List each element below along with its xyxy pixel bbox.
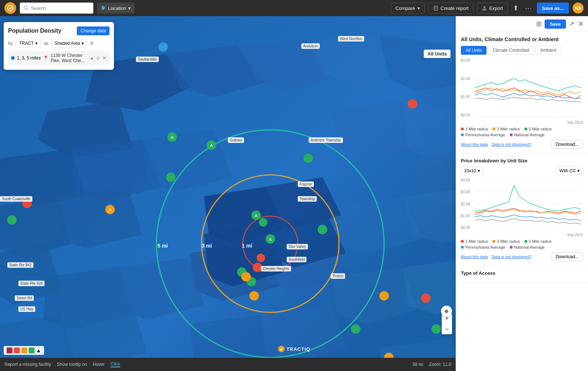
show-tooltip-label: Show tooltip on [57,362,87,367]
location-row: 1, 3, 5 miles 📍 1138 W Chester Pike, Wes… [8,51,110,65]
create-report-button[interactable]: Create report [429,3,474,14]
chart-date-2: Sep 2024 [567,233,583,237]
swatches-toggle[interactable]: ▲ [36,347,41,353]
external-link-btn[interactable]: ↗ [568,19,575,29]
legend2-label-national: National Average [514,245,545,249]
zoom-level-label: Zoom: 11.0 [429,362,451,367]
location-button[interactable]: Location ▾ [97,3,135,14]
section2-title: Price breakdown by Unit Size [461,158,583,163]
export-icon [482,6,487,11]
legend-dot-5mile [524,127,527,130]
svg-line-2 [27,9,28,10]
unit-size-label: 10x10 [464,168,476,173]
data-not-displayed-link-2[interactable]: Data is not displayed? [491,255,531,259]
section1-title: All Units, Climate Controlled or Ambient [461,36,583,42]
swatch-3 [21,347,27,353]
swatch-2 [14,347,20,353]
svg-point-84 [278,346,285,352]
legend-item-5mile: 5 Mile radius [524,127,552,131]
section3-title: Type of Access [461,270,583,276]
location-button-label: Location [108,6,126,11]
legend2-item-national: National Average [510,245,545,249]
location-dot [11,56,15,60]
svg-point-61 [351,324,361,334]
compare-button[interactable]: Compare ▾ [391,3,424,14]
location-up-btn[interactable]: ▲ [90,55,94,61]
hover-btn[interactable]: Hover [93,362,105,367]
save-as-button[interactable]: Save as... [537,3,569,14]
svg-marker-15 [142,130,232,192]
svg-marker-12 [379,35,465,92]
svg-point-55 [259,218,268,227]
app-logo[interactable] [4,2,16,14]
legend2-item-1mile: 1 Mile radius [461,239,488,244]
about-data-link-2[interactable]: About this data [461,255,488,259]
report-missing-btn[interactable]: Report a missing facility [4,362,51,367]
chart-area-2: $4.00 $3.00 $2.00 $1.00 $0.00 [461,178,583,237]
search-box[interactable] [20,3,93,14]
chevron-down-icon: ▾ [478,168,480,173]
chart-y-labels-2: $4.00 $3.00 $2.00 $1.00 $0.00 [461,178,474,230]
svg-text:A: A [210,143,213,148]
y-label: $1.00 [461,214,474,218]
svg-text:A: A [255,213,258,218]
zoom-out-button[interactable]: − [442,324,452,334]
svg-marker-19 [57,187,142,249]
section-type-of-access: Type of Access [456,266,588,284]
legend2-dot-3mile [492,240,495,243]
tab-climate-controlled[interactable]: Climate Controlled [488,46,534,55]
legend2-label-5mile: 5 Mile radius [529,239,552,244]
color-swatches: ▲ [4,346,44,355]
legend2-dot-national [510,246,513,249]
legend-label-1mile: 1 Mile radius [465,127,488,131]
tract-select[interactable]: TRACT ▾ [16,39,41,48]
tab-ambient[interactable]: Ambient [535,46,561,55]
unit-size-select[interactable]: 10x10 ▾ [461,166,483,175]
create-report-label: Create report [441,6,469,11]
legend2-item-5mile: 5 Mile radius [524,239,552,244]
svg-text:5 mi: 5 mi [157,243,168,249]
about-data-link-1[interactable]: About this data [461,142,488,147]
expand-icon-btn[interactable]: ⊞ [535,19,542,29]
download-button-2[interactable]: Download... [552,252,583,261]
chart-y-labels-1: $3.00 $2.00 $1.00 $0.00 [461,58,474,117]
svg-text:3 mi: 3 mi [201,243,212,249]
legend-2: 1 Mile radius 3 Mile radius 5 Mile radiu… [461,239,583,249]
location-pin-icon: 📍 [43,55,49,61]
legend-label-pa-avg: Pennsylvania Average [465,133,505,137]
shaded-area-select[interactable]: Shaded Area ▾ [51,39,87,48]
y-label: $2.00 [461,77,474,81]
legend-label-national: National Average [514,133,545,137]
legend2-dot-5mile [524,240,527,243]
location-close-btn[interactable]: ✕ [102,55,107,61]
click-btn[interactable]: Click [111,361,120,367]
user-avatar: NS [573,3,584,14]
with-cc-select[interactable]: With CC ▾ [556,166,583,175]
export-button[interactable]: Export [477,3,508,14]
download-button-1[interactable]: Download... [552,140,583,149]
compass-button[interactable]: ⊕ [441,306,452,317]
save-button[interactable]: Save [545,19,566,29]
more-options-button[interactable]: ⋯ [524,3,533,14]
y-label: $0.00 [461,226,474,230]
svg-point-65 [7,215,17,225]
change-data-button[interactable]: Change data [77,26,110,35]
menu-icon[interactable]: ≡ [90,40,93,47]
svg-text:A: A [108,208,111,212]
svg-point-82 [158,42,168,52]
tab-all-units[interactable]: All Units [461,46,487,55]
chevron-down-icon: ▾ [417,6,420,11]
y-label: $3.00 [461,190,474,194]
y-label: $1.00 [461,95,474,99]
chevron-down-icon: ▾ [577,168,580,173]
panel-title: Population Density [8,28,61,34]
search-input[interactable] [31,6,86,11]
data-not-displayed-link-1[interactable]: Data is not displayed? [491,142,531,147]
share-button[interactable]: ⬆ [512,3,520,14]
svg-text:1 mi: 1 mi [242,243,252,249]
close-panel-btn[interactable]: ✕ [577,19,584,29]
location-target-btn[interactable]: ⊙ [96,55,100,61]
svg-point-69 [250,291,259,300]
panel-filter-row: by TRACT ▾ as Shaded Area ▾ ≡ [8,39,110,48]
export-label: Export [489,6,503,11]
